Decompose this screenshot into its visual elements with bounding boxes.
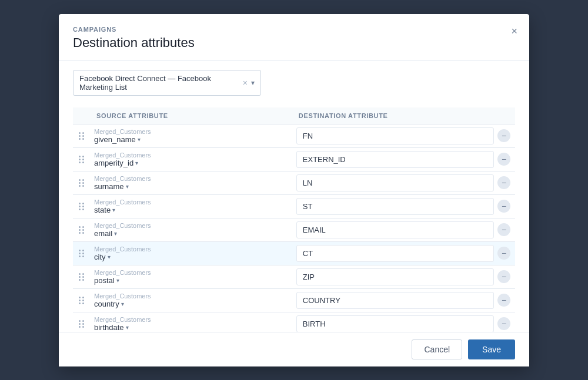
source-cell: Merged_Customers amperity_id ▾ xyxy=(89,147,292,171)
table-row: Merged_Customers postal ▾ − xyxy=(73,265,515,288)
source-field-name[interactable]: surname ▾ xyxy=(94,182,287,191)
field-chevron-icon: ▾ xyxy=(126,183,129,190)
source-cell: Merged_Customers state ▾ xyxy=(89,194,292,218)
dest-input[interactable] xyxy=(296,292,494,309)
minus-icon: − xyxy=(502,296,506,304)
table-row: Merged_Customers birthdate ▾ − xyxy=(73,312,515,332)
source-table-name: Merged_Customers xyxy=(94,128,287,135)
source-field-name[interactable]: birthdate ▾ xyxy=(94,323,287,332)
remove-row-button[interactable]: − xyxy=(497,247,510,260)
field-chevron-icon: ▾ xyxy=(116,277,119,284)
table-header: SOURCE ATTRIBUTE DESTINATION ATTRIBUTE xyxy=(73,107,515,125)
remove-row-button[interactable]: − xyxy=(497,294,510,307)
table-row: Merged_Customers amperity_id ▾ − xyxy=(73,147,515,171)
minus-icon: − xyxy=(502,202,506,210)
drag-handle-cell xyxy=(73,241,89,265)
field-chevron-icon: ▾ xyxy=(138,136,141,143)
remove-row-button[interactable]: − xyxy=(497,270,510,283)
modal-footer: Cancel Save xyxy=(59,332,529,366)
dropdown-chevron-icon: ▾ xyxy=(251,79,255,87)
drag-handle[interactable] xyxy=(79,320,85,328)
dest-input[interactable] xyxy=(296,221,494,238)
dest-input[interactable] xyxy=(296,198,494,215)
drag-handle[interactable] xyxy=(79,156,85,163)
dest-input[interactable] xyxy=(296,268,494,285)
destination-attributes-modal: CAMPAIGNS Destination attributes × Faceb… xyxy=(59,14,529,366)
drag-handle-cell xyxy=(73,312,89,332)
source-cell: Merged_Customers city ▾ xyxy=(89,241,292,265)
drag-handle-cell xyxy=(73,288,89,312)
remove-row-button[interactable]: − xyxy=(497,153,510,166)
th-drag xyxy=(73,107,89,125)
drag-handle-cell xyxy=(73,194,89,218)
dest-cell: − xyxy=(292,194,515,218)
drag-handle-cell xyxy=(73,124,89,147)
drag-handle[interactable] xyxy=(79,226,85,234)
field-chevron-icon: ▾ xyxy=(135,160,138,166)
minus-icon: − xyxy=(502,155,506,163)
field-chevron-icon: ▾ xyxy=(112,207,115,213)
dropdown-clear-icon[interactable]: × xyxy=(243,78,248,88)
source-field-name[interactable]: given_name ▾ xyxy=(94,135,287,144)
cancel-button[interactable]: Cancel xyxy=(412,339,462,359)
remove-row-button[interactable]: − xyxy=(497,129,510,142)
minus-icon: − xyxy=(502,249,506,257)
source-table-name: Merged_Customers xyxy=(94,175,287,182)
drag-handle-cell xyxy=(73,265,89,288)
dest-cell: − xyxy=(292,218,515,241)
source-cell: Merged_Customers country ▾ xyxy=(89,288,292,312)
modal-body: Facebook Direct Connect — Facebook Marke… xyxy=(59,60,529,332)
dest-cell: − xyxy=(292,265,515,288)
minus-icon: − xyxy=(502,132,506,140)
drag-handle-cell xyxy=(73,171,89,194)
table-row: Merged_Customers city ▾ − xyxy=(73,241,515,265)
field-chevron-icon: ▾ xyxy=(114,230,117,237)
drag-handle[interactable] xyxy=(79,250,85,257)
dest-cell: − xyxy=(292,241,515,265)
source-field-name[interactable]: postal ▾ xyxy=(94,276,287,285)
save-button[interactable]: Save xyxy=(468,339,515,359)
minus-icon: − xyxy=(502,226,506,234)
remove-row-button[interactable]: − xyxy=(497,317,510,330)
remove-row-button[interactable]: − xyxy=(497,176,510,189)
dest-input[interactable] xyxy=(296,127,494,144)
close-button[interactable]: × xyxy=(509,23,520,39)
dest-cell: − xyxy=(292,312,515,332)
drag-handle[interactable] xyxy=(79,179,85,187)
drag-handle[interactable] xyxy=(79,203,85,210)
dest-cell: − xyxy=(292,288,515,312)
connection-dropdown[interactable]: Facebook Direct Connect — Facebook Marke… xyxy=(73,70,261,96)
source-table-name: Merged_Customers xyxy=(94,292,287,300)
source-table-name: Merged_Customers xyxy=(94,152,287,159)
source-cell: Merged_Customers postal ▾ xyxy=(89,265,292,288)
table-body: Merged_Customers given_name ▾ − xyxy=(73,124,515,332)
table-row: Merged_Customers email ▾ − xyxy=(73,218,515,241)
th-source: SOURCE ATTRIBUTE xyxy=(89,107,292,125)
minus-icon: − xyxy=(502,179,506,187)
dest-input[interactable] xyxy=(296,174,494,191)
remove-row-button[interactable]: − xyxy=(497,200,510,213)
source-field-name[interactable]: email ▾ xyxy=(94,229,287,238)
source-field-name[interactable]: country ▾ xyxy=(94,300,287,308)
dest-cell: − xyxy=(292,147,515,171)
field-chevron-icon: ▾ xyxy=(121,301,124,307)
minus-icon: − xyxy=(502,320,506,328)
drag-handle-cell xyxy=(73,147,89,171)
remove-row-button[interactable]: − xyxy=(497,223,510,236)
dest-input[interactable] xyxy=(296,245,494,262)
dest-input[interactable] xyxy=(296,151,494,168)
source-field-name[interactable]: state ▾ xyxy=(94,206,287,214)
drag-handle[interactable] xyxy=(79,273,85,281)
dest-input[interactable] xyxy=(296,315,494,332)
source-field-name[interactable]: city ▾ xyxy=(94,253,287,261)
modal-header: CAMPAIGNS Destination attributes × xyxy=(59,14,529,60)
source-table-name: Merged_Customers xyxy=(94,222,287,229)
source-table-name: Merged_Customers xyxy=(94,316,287,323)
dest-cell: − xyxy=(292,124,515,147)
field-chevron-icon: ▾ xyxy=(108,254,111,260)
drag-handle[interactable] xyxy=(79,132,85,140)
field-chevron-icon: ▾ xyxy=(126,324,129,331)
dropdown-value: Facebook Direct Connect — Facebook Marke… xyxy=(79,74,243,92)
source-field-name[interactable]: amperity_id ▾ xyxy=(94,159,287,167)
drag-handle[interactable] xyxy=(79,297,85,304)
